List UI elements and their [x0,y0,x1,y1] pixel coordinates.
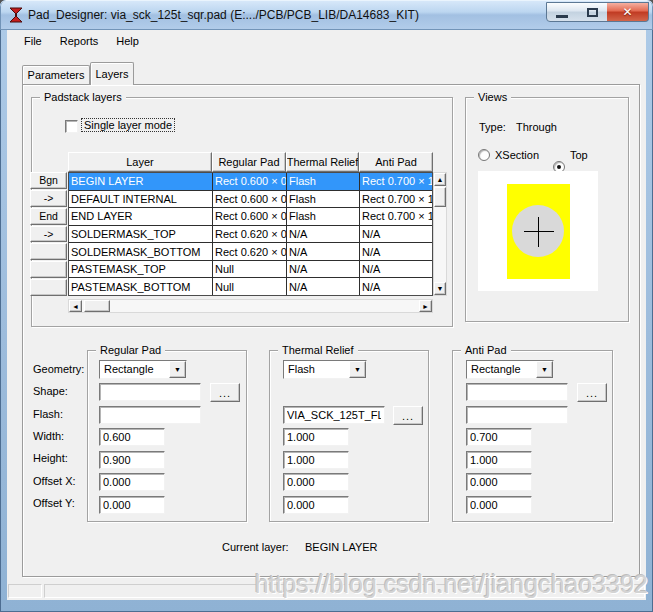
regular-pad-geometry-select[interactable]: Rectangle ▼ [99,360,187,379]
single-layer-mode-label[interactable]: Single layer mode [82,119,174,131]
title-bar[interactable]: Pad_Designer: via_sck_125t_sqr.pad (E:..… [0,0,653,30]
vertical-scroll-thumb[interactable] [434,187,446,207]
pad-designer-window: Pad_Designer: via_sck_125t_sqr.pad (E:..… [0,0,653,612]
regular-pad-width-input[interactable] [100,429,164,445]
thermal-relief-flash-field[interactable] [283,406,385,424]
anti-pad-offset-y-input[interactable] [467,497,531,513]
flash-label: Flash: [33,408,63,420]
table-row[interactable]: PASTEMASK_BOTTOM Null N/A N/A [69,278,432,295]
regular-pad-offset-x-input[interactable] [100,474,164,490]
cell-layer: BEGIN LAYER [69,173,213,190]
anti-pad-shape-field[interactable] [466,383,568,401]
table-horizontal-scrollbar[interactable]: ◄ ► [68,299,433,313]
scroll-left-button[interactable]: ◄ [69,300,82,312]
row-button-bgn[interactable]: Bgn [30,172,67,189]
horizontal-scroll-thumb[interactable] [84,300,110,312]
anti-pad-height-field[interactable] [466,451,532,469]
tab-layers-label: Layers [95,68,128,80]
regular-pad-shape-field[interactable] [99,383,201,401]
anti-pad-geometry-select[interactable]: Rectangle ▼ [466,360,554,379]
row-button-blank-2[interactable] [30,261,67,278]
dropdown-arrow-icon[interactable]: ▼ [349,361,366,378]
anti-pad-height-input[interactable] [467,452,531,468]
regular-pad-height-input[interactable] [100,452,164,468]
anti-pad-flash-input[interactable] [467,407,567,423]
table-row[interactable]: PASTEMASK_TOP Null N/A N/A [69,261,432,279]
anti-pad-shape-input[interactable] [467,384,567,400]
regular-pad-offset-y-field[interactable] [99,496,165,514]
thermal-relief-flash-input[interactable] [284,407,384,423]
table-row[interactable]: END LAYER Rect 0.600 × 0 Flash Rect 0.70… [69,208,432,226]
regular-pad-height-field[interactable] [99,451,165,469]
table-row[interactable]: DEFAULT INTERNAL Rect 0.600 × 0 Flash Re… [69,191,432,209]
thermal-relief-offset-x-field[interactable] [283,473,349,491]
regular-pad-flash-field[interactable] [99,406,201,424]
window-title: Pad_Designer: via_sck_125t_sqr.pad (E:..… [28,8,419,22]
row-button-end[interactable]: End [30,208,67,225]
xsection-radio-label[interactable]: XSection [495,149,539,161]
regular-pad-shape-browse-button[interactable]: ... [210,383,240,402]
thermal-relief-flash-browse-button[interactable]: ... [393,406,423,425]
table-row[interactable]: SOLDERMASK_BOTTOM Rect 0.620 × 0 N/A N/A [69,243,432,261]
row-button-arrow-1[interactable]: -> [30,190,67,207]
thermal-relief-offset-y-input[interactable] [284,497,348,513]
thermal-relief-width-input[interactable] [284,429,348,445]
thermal-relief-offset-x-input[interactable] [284,474,348,490]
menu-file[interactable]: File [15,33,51,49]
regular-pad-offset-x-field[interactable] [99,473,165,491]
column-header-layer[interactable]: Layer [68,152,212,172]
offset-x-label: Offset X: [33,475,76,487]
regular-pad-offset-y-input[interactable] [100,497,164,513]
menu-help[interactable]: Help [107,33,148,49]
scroll-right-button[interactable]: ► [419,300,432,312]
cell-thermal-relief: N/A [287,243,360,260]
tab-layers[interactable]: Layers [90,62,134,85]
row-button-column: Bgn -> End -> [30,172,67,296]
thermal-relief-width-field[interactable] [283,428,349,446]
cell-anti-pad: N/A [360,243,432,260]
regular-pad-shape-input[interactable] [100,384,200,400]
table-vertical-scrollbar[interactable]: ▲ ▼ [433,172,447,296]
top-radio-label[interactable]: Top [570,149,588,161]
table-row[interactable]: BEGIN LAYER Rect 0.600 × 0 Flash Rect 0.… [69,173,432,191]
cell-regular-pad: Null [213,261,287,278]
thermal-relief-height-field[interactable] [283,451,349,469]
cell-thermal-relief: Flash [287,191,360,208]
thermal-relief-height-input[interactable] [284,452,348,468]
tab-parameters[interactable]: Parameters [22,65,90,84]
column-header-anti-pad[interactable]: Anti Pad [359,152,433,172]
anti-pad-shape-browse-button[interactable]: ... [577,383,607,402]
row-button-blank-3[interactable] [30,279,67,296]
row-button-blank-1[interactable] [30,243,67,260]
cell-layer: PASTEMASK_BOTTOM [69,278,213,295]
scroll-up-button[interactable]: ▲ [434,173,446,186]
menu-reports[interactable]: Reports [51,33,108,49]
anti-pad-width-input[interactable] [467,429,531,445]
column-header-thermal-relief[interactable]: Thermal Relief [286,152,359,172]
anti-pad-offset-y-field[interactable] [466,496,532,514]
thermal-relief-offset-y-field[interactable] [283,496,349,514]
scroll-down-button[interactable]: ▼ [434,282,446,295]
cell-anti-pad: Rect 0.700 × 1 [360,208,432,225]
anti-pad-width-field[interactable] [466,428,532,446]
close-button[interactable]: ✕ [607,2,649,22]
single-layer-mode-checkbox[interactable] [65,120,78,133]
table-row[interactable]: SOLDERMASK_TOP Rect 0.620 × 0 N/A N/A [69,226,432,244]
anti-pad-flash-field[interactable] [466,406,568,424]
maximize-button[interactable] [577,2,608,22]
column-header-regular-pad[interactable]: Regular Pad [212,152,286,172]
minimize-button[interactable] [546,2,578,22]
row-button-arrow-2[interactable]: -> [30,226,67,243]
anti-pad-offset-x-input[interactable] [467,474,531,490]
cell-regular-pad: Rect 0.600 × 0 [213,208,287,225]
regular-pad-flash-input[interactable] [100,407,200,423]
regular-pad-width-field[interactable] [99,428,165,446]
thermal-relief-geometry-select[interactable]: Flash ▼ [283,360,367,379]
scroll-up-icon: ▲ [437,176,444,183]
anti-pad-offset-x-field[interactable] [466,473,532,491]
xsection-radio[interactable] [478,149,490,161]
dropdown-arrow-icon[interactable]: ▼ [169,361,186,378]
anti-pad-group-title: Anti Pad [461,344,511,356]
dropdown-arrow-icon[interactable]: ▼ [536,361,553,378]
cell-regular-pad: Null [213,278,287,295]
